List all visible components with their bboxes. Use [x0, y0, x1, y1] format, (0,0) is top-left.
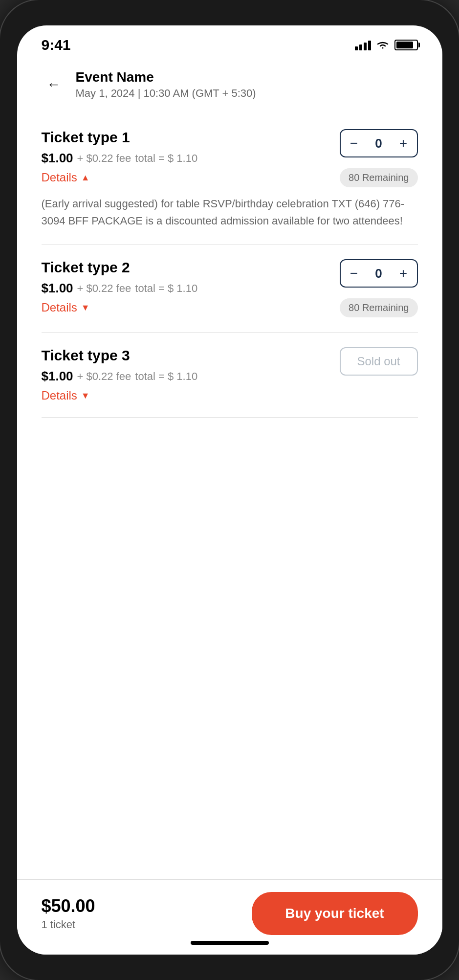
signal-bar-3 — [364, 43, 367, 50]
qty-plus-2[interactable]: + — [390, 260, 417, 287]
battery-icon — [394, 40, 418, 50]
ticket-row-1: Ticket type 1 $1.00 + $0.22 fee total = … — [42, 129, 418, 187]
ticket-name-1: Ticket type 1 — [42, 129, 330, 146]
ticket-info-1: Ticket type 1 $1.00 + $0.22 fee total = … — [42, 129, 330, 184]
status-time: 9:41 — [42, 37, 71, 53]
buy-button[interactable]: Buy your ticket — [252, 892, 418, 935]
ticket-row-3: Ticket type 3 $1.00 + $0.22 fee total = … — [42, 347, 418, 402]
qty-value-1: 0 — [368, 136, 390, 151]
total-info: $50.00 1 ticket — [42, 896, 95, 931]
quantity-control-2[interactable]: − 0 + — [340, 259, 418, 288]
details-chevron-1: ▲ — [81, 173, 90, 183]
details-text-1: (Early arrival suggested) for table RSVP… — [42, 195, 418, 229]
qty-minus-2[interactable]: − — [341, 260, 368, 287]
details-label-3: Details — [42, 389, 77, 402]
ticket-price-row-2: $1.00 + $0.22 fee total = $ 1.10 — [42, 281, 330, 296]
details-chevron-3: ▼ — [81, 391, 90, 401]
ticket-section-2: Ticket type 2 $1.00 + $0.22 fee total = … — [42, 245, 418, 333]
details-label-2: Details — [42, 301, 77, 314]
total-tickets: 1 ticket — [42, 918, 95, 931]
ticket-price-2: $1.00 — [42, 281, 73, 296]
ticket-row-2: Ticket type 2 $1.00 + $0.22 fee total = … — [42, 259, 418, 317]
ticket-right-1: − 0 + 80 Remaining — [340, 129, 418, 187]
qty-minus-1[interactable]: − — [341, 130, 368, 156]
signal-bar-4 — [368, 41, 371, 50]
qty-value-2: 0 — [368, 266, 390, 281]
remaining-badge-1: 80 Remaining — [340, 168, 417, 187]
ticket-fee-2: + $0.22 fee — [77, 282, 131, 295]
home-indicator — [191, 941, 269, 945]
ticket-total-2: total = $ 1.10 — [135, 282, 197, 295]
battery-fill — [396, 42, 413, 48]
ticket-right-2: − 0 + 80 Remaining — [340, 259, 418, 317]
status-icons — [355, 40, 418, 50]
signal-bar-2 — [359, 45, 362, 50]
back-arrow-icon: ← — [47, 77, 61, 92]
ticket-price-1: $1.00 — [42, 151, 73, 166]
ticket-total-3: total = $ 1.10 — [135, 370, 197, 383]
ticket-fee-3: + $0.22 fee — [77, 370, 131, 383]
signal-bar-1 — [355, 46, 358, 50]
details-toggle-3[interactable]: Details ▼ — [42, 389, 330, 402]
header-info: Event Name May 1, 2024 | 10:30 AM (GMT +… — [76, 69, 256, 100]
ticket-total-1: total = $ 1.10 — [135, 152, 197, 165]
event-datetime: May 1, 2024 | 10:30 AM (GMT + 5:30) — [76, 87, 256, 100]
phone-screen: 9:41 ← — [17, 25, 442, 955]
ticket-price-3: $1.00 — [42, 369, 73, 384]
ticket-fee-1: + $0.22 fee — [77, 152, 131, 165]
ticket-info-3: Ticket type 3 $1.00 + $0.22 fee total = … — [42, 347, 330, 402]
content-wrapper: Ticket type 1 $1.00 + $0.22 fee total = … — [17, 114, 442, 955]
remaining-badge-2: 80 Remaining — [340, 298, 417, 317]
ticket-price-row-3: $1.00 + $0.22 fee total = $ 1.10 — [42, 369, 330, 384]
event-title: Event Name — [76, 69, 256, 85]
quantity-control-1[interactable]: − 0 + — [340, 129, 418, 157]
wifi-icon — [376, 40, 390, 50]
ticket-right-3: Sold out — [340, 347, 418, 376]
total-price: $50.00 — [42, 896, 95, 916]
phone-shell: 9:41 ← — [0, 0, 459, 980]
details-label-1: Details — [42, 171, 77, 184]
empty-space — [42, 418, 418, 613]
ticket-section-3: Ticket type 3 $1.00 + $0.22 fee total = … — [42, 333, 418, 418]
signal-icon — [355, 40, 371, 50]
ticket-name-2: Ticket type 2 — [42, 259, 330, 276]
ticket-section-1: Ticket type 1 $1.00 + $0.22 fee total = … — [42, 114, 418, 245]
details-toggle-1[interactable]: Details ▲ — [42, 171, 330, 184]
status-bar: 9:41 — [17, 25, 442, 60]
qty-plus-1[interactable]: + — [390, 130, 417, 156]
details-toggle-2[interactable]: Details ▼ — [42, 301, 330, 314]
ticket-name-3: Ticket type 3 — [42, 347, 330, 364]
sold-out-text-3: Sold out — [357, 355, 400, 368]
back-button[interactable]: ← — [42, 72, 66, 97]
ticket-price-row-1: $1.00 + $0.22 fee total = $ 1.10 — [42, 151, 330, 166]
details-chevron-2: ▼ — [81, 303, 90, 313]
header: ← Event Name May 1, 2024 | 10:30 AM (GMT… — [17, 60, 442, 114]
content-area: Ticket type 1 $1.00 + $0.22 fee total = … — [17, 114, 442, 879]
sold-out-button-3: Sold out — [340, 347, 418, 376]
ticket-info-2: Ticket type 2 $1.00 + $0.22 fee total = … — [42, 259, 330, 314]
